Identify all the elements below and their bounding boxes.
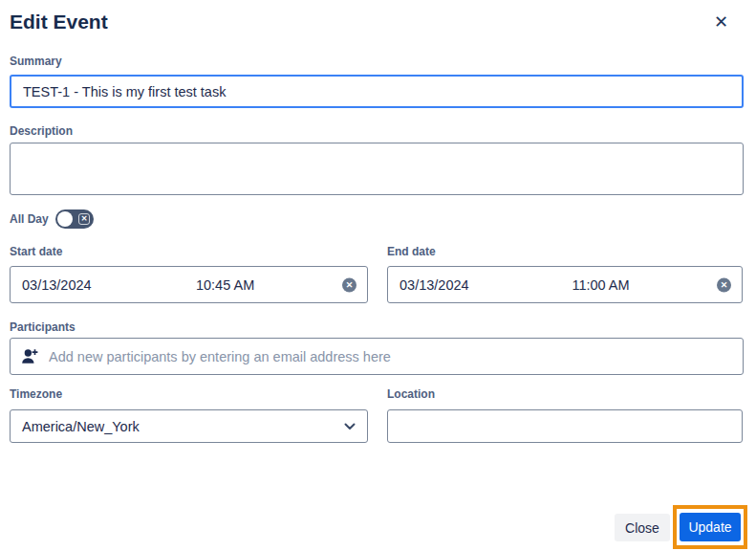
- participants-field[interactable]: [10, 338, 744, 375]
- summary-label: Summary: [10, 55, 62, 68]
- timezone-label: Timezone: [10, 387, 62, 401]
- end-date-field[interactable]: 03/13/2024 11:00 AM ✕: [387, 266, 743, 303]
- close-button[interactable]: Close: [615, 514, 670, 541]
- participants-input[interactable]: [49, 349, 733, 364]
- start-date-label: Start date: [10, 245, 62, 258]
- update-button[interactable]: Update: [680, 513, 741, 541]
- start-time-value[interactable]: 10:45 AM: [196, 277, 254, 293]
- timezone-select[interactable]: America/New_York: [10, 409, 368, 443]
- all-day-label: All Day: [10, 212, 49, 226]
- update-button-highlight: Update: [673, 505, 747, 549]
- chevron-down-icon: [344, 423, 356, 430]
- toggle-knob: [57, 211, 73, 227]
- add-person-icon: [20, 347, 39, 366]
- end-date-value[interactable]: 03/13/2024: [388, 277, 469, 293]
- start-date-clear-icon[interactable]: ✕: [342, 277, 356, 292]
- close-icon[interactable]: ✕: [714, 11, 728, 33]
- all-day-toggle[interactable]: ✕: [55, 209, 94, 229]
- description-textarea[interactable]: [10, 143, 744, 195]
- start-date-value[interactable]: 03/13/2024: [11, 277, 92, 293]
- location-label: Location: [387, 387, 435, 401]
- toggle-cross-icon: ✕: [78, 213, 90, 225]
- timezone-value: America/New_York: [22, 419, 140, 434]
- start-date-field[interactable]: 03/13/2024 10:45 AM ✕: [10, 266, 368, 303]
- location-input[interactable]: [387, 409, 743, 443]
- end-date-label: End date: [387, 245, 436, 258]
- end-date-clear-icon[interactable]: ✕: [717, 277, 731, 292]
- dialog-title: Edit Event: [10, 11, 108, 33]
- summary-input[interactable]: [10, 75, 744, 108]
- edit-event-dialog: Edit Event ✕ Summary Description All Day…: [0, 0, 756, 551]
- description-label: Description: [10, 124, 73, 138]
- end-time-value[interactable]: 11:00 AM: [572, 277, 629, 293]
- participants-label: Participants: [10, 320, 76, 334]
